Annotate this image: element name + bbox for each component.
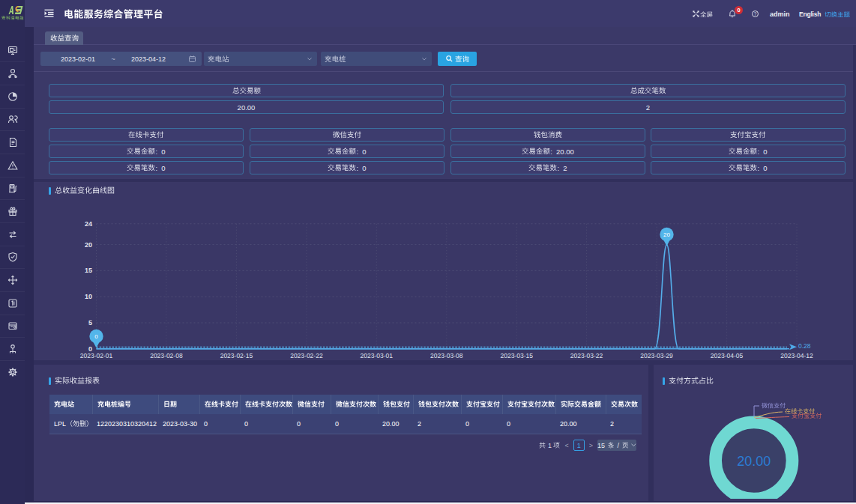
svg-text:2023-02-01: 2023-02-01 [80,352,113,359]
svg-text:2023-03-08: 2023-03-08 [430,352,463,359]
svg-text:2023-04-05: 2023-04-05 [711,352,744,359]
svg-text:20: 20 [85,241,92,249]
svg-text:0.28: 0.28 [798,342,811,350]
svg-text:5: 5 [88,319,92,327]
svg-text:20.00: 20.00 [737,454,771,469]
svg-text:10: 10 [85,293,92,300]
svg-text:2023-03-29: 2023-03-29 [640,352,673,359]
svg-text:2023-02-22: 2023-02-22 [290,352,323,359]
svg-text:2023-02-15: 2023-02-15 [220,352,253,359]
svg-text:2023-03-01: 2023-03-01 [361,352,394,359]
svg-text:2023-03-15: 2023-03-15 [500,352,533,359]
svg-text:20: 20 [663,231,670,238]
svg-text:0: 0 [94,333,98,340]
svg-text:2023-02-08: 2023-02-08 [150,352,183,359]
svg-text:2023-03-22: 2023-03-22 [570,352,603,359]
svg-text:15: 15 [85,267,92,274]
svg-text:2023-04-12: 2023-04-12 [780,352,813,359]
svg-text:24: 24 [85,220,92,228]
